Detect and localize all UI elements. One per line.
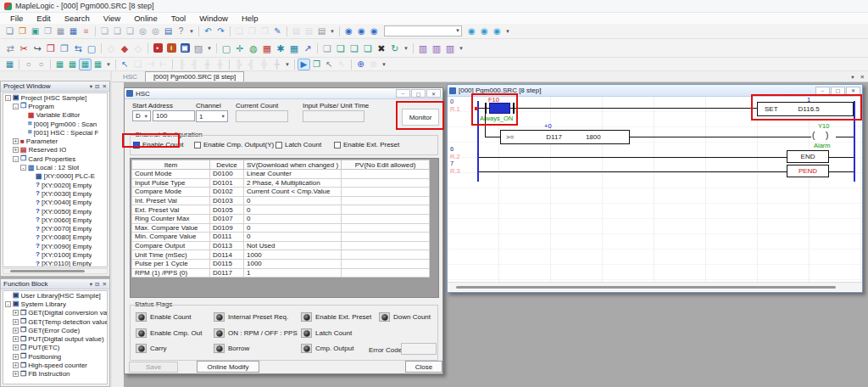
table-row[interactable]: Compare OutputD0113Not Used [132,241,430,250]
table-cell[interactable] [342,170,430,179]
tree-item[interactable]: -?[XY:0080] Empty [3,233,107,242]
table-cell[interactable]: D0107 [210,214,244,223]
table-cell[interactable]: Input Pulse Type [132,178,210,188]
help-icon[interactable]: ? [175,25,187,37]
minimize-icon[interactable]: ‒ [396,89,410,98]
table-cell[interactable]: D0115 [210,259,244,268]
tree-item[interactable]: -?[XY:0020] Empty [3,181,107,189]
variable-grid-icon[interactable]: ⌗ [80,25,92,37]
toolbar-overflow-icon[interactable]: ▼ [205,46,214,51]
table-cell[interactable]: 1000 [244,250,342,260]
delete-cell-icon[interactable]: ⊢ [157,59,170,70]
table-cell[interactable]: 2 Phase, 4 Multiplication [244,178,342,188]
grid-compact-icon[interactable]: ▦ [92,59,104,70]
tree-item[interactable]: -❒Card Properties [3,154,107,163]
save-all-icon[interactable]: ▦ [67,25,80,37]
table-cell[interactable]: Pulse per 1 Cycle [132,259,210,268]
close-icon[interactable]: ✕ [426,89,441,98]
table-cell[interactable] [342,178,430,188]
table-cell[interactable]: RPM (1) /PPS (0) [132,268,210,278]
table-cell[interactable]: Int. Preset Val [132,196,210,205]
tree-item[interactable]: +❒GET(Digital conversion value) [3,309,107,317]
table-cell[interactable]: Compare Output [132,241,210,250]
tree-item[interactable]: -?[XY:0030] Empty [3,189,107,198]
grid-wide-icon[interactable]: ▦ [66,59,79,70]
tree-item[interactable]: +■Parameter [3,137,107,145]
zoom-out-icon[interactable]: ○ [35,59,47,70]
ladder-window-titlebar[interactable]: [000] Pgm000.SRC [8 step] ‒▢✕ [448,85,862,97]
menu-tool[interactable]: Tool [164,13,192,24]
toolbar-overflow-icon[interactable]: ▼ [187,29,196,34]
image-icon[interactable]: ▣ [178,41,192,56]
verify-icon[interactable]: ◎ [136,25,149,37]
paste-icon[interactable]: ❐ [259,25,271,37]
contact-rising-icon[interactable]: ╫ [201,59,214,70]
anchor-alt-icon[interactable]: ◇ [131,41,145,56]
io-module-icon[interactable]: ▦ [3,59,16,70]
check-icon[interactable]: ◎ [149,25,162,37]
menu-window[interactable]: Window [192,13,235,24]
tab-close-icon[interactable]: ✕ [860,74,865,81]
scroll-thumb[interactable] [10,270,85,272]
grid-comment-icon[interactable]: ▦ [79,59,92,70]
calculator-icon[interactable]: ▦ [287,41,301,56]
scroll-thumb[interactable] [456,286,836,289]
doc-monitor-icon[interactable]: ❏ [334,41,348,56]
online-modify-button[interactable]: Online Modify [197,361,259,373]
table-row[interactable]: RPM (1) /PPS (0)D01171 [132,268,430,278]
new-window-icon[interactable]: ❏ [320,41,334,56]
tree-item[interactable]: -?[XY:0090] Empty [3,242,107,250]
menu-file[interactable]: File [3,13,30,24]
import-icon[interactable]: ❏ [98,25,111,37]
lock-icon[interactable]: ▪ [151,41,164,56]
table-cell[interactable] [342,188,430,197]
menu-help[interactable]: Help [235,13,265,24]
print-icon[interactable]: ▤ [162,25,175,37]
menu-view[interactable]: View [97,13,127,24]
panel-close-icon[interactable]: ✕ [103,83,107,90]
table-cell[interactable]: 1 [244,268,342,278]
edit-mode-icon[interactable]: ✎ [271,25,284,37]
insert-cell-icon[interactable]: ⊣ [144,59,157,70]
expander-icon[interactable]: - [5,95,11,101]
new-doc-icon[interactable]: ❏ [3,25,16,37]
tree-item[interactable]: +❒GET(Error Code) [3,326,107,334]
save-button[interactable]: Save [129,362,178,373]
expander-icon[interactable]: + [13,345,19,351]
monitor-pause-icon[interactable]: ◉ [368,25,381,37]
hsc-dialog-titlebar[interactable]: HSC ‒▢✕ [125,88,442,99]
table-cell[interactable]: D0117 [210,268,244,278]
redo-icon[interactable]: ↷ [214,25,227,37]
close-all-icon[interactable]: ✖ [375,41,388,56]
refresh-icon[interactable]: ↻ [388,41,402,56]
anchor-active-icon[interactable]: ◆ [118,41,131,56]
transfer-icon[interactable]: ⇆ [71,41,85,56]
sampling-load-icon[interactable]: ▥ [443,41,457,56]
table-cell[interactable] [342,250,430,260]
table-cell[interactable]: 0 [244,196,342,205]
contact-no-icon[interactable]: ╟ [175,59,188,70]
expander-icon[interactable]: + [13,328,19,334]
maximize-icon[interactable]: ▢ [831,87,845,95]
monitor-button[interactable]: Monitor [402,109,439,126]
table-cell[interactable] [342,259,430,268]
table-cell[interactable] [342,233,430,242]
toolbar-overflow-icon[interactable]: ▼ [504,29,512,34]
table-cell[interactable] [342,214,430,223]
compare-instruction-box[interactable]: >= D117 1800 [500,130,630,144]
doc-time-icon[interactable]: ❏ [361,41,375,56]
pointer-alt-icon[interactable]: ↖ [336,59,348,70]
undo-icon[interactable]: ↶ [202,25,214,37]
tree-item[interactable]: -▣Project [HSC Sample] [3,93,107,102]
tree-item[interactable]: -❐Program [3,102,107,110]
list-view-icon[interactable]: ▤ [290,25,303,37]
delete-doc-icon[interactable]: ❒ [44,41,58,56]
toolbar-overflow-icon[interactable]: ▼ [283,62,292,67]
device-monitor-icon[interactable]: ▢ [220,41,233,56]
settings-gear-icon[interactable]: ✱ [274,41,287,56]
maximize-icon[interactable]: ▢ [411,89,426,98]
table-cell[interactable]: 0 [244,214,342,223]
energized-contact[interactable] [489,103,510,114]
table-cell[interactable]: 0 [244,205,342,215]
open-project-icon[interactable]: ❐ [16,25,29,37]
